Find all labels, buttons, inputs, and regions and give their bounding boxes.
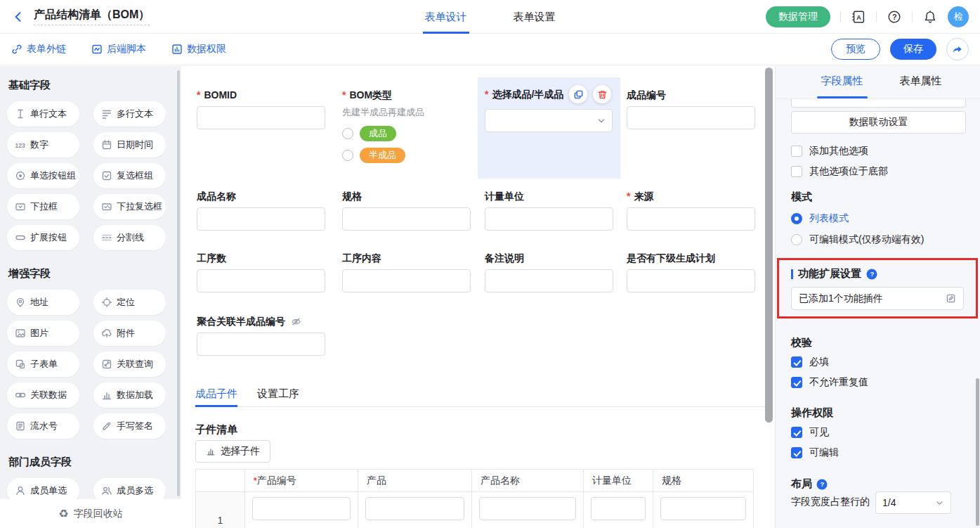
field-process-count[interactable]: 工序数 xyxy=(197,252,325,292)
sidebar-item-linked-data[interactable]: 关联数据 xyxy=(7,382,79,408)
field-agg-semi-no[interactable]: 聚合关联半成品编号 xyxy=(197,316,325,356)
sidebar-item-datetime[interactable]: 日期时间 xyxy=(93,132,166,157)
avatar[interactable]: 检 xyxy=(948,6,969,27)
spec-input[interactable] xyxy=(342,207,471,231)
field-select-product-selected[interactable]: *选择成品/半成品 xyxy=(478,77,620,179)
cell-product-no-input[interactable] xyxy=(252,497,351,520)
agg-semi-no-input[interactable] xyxy=(197,333,325,356)
edit-icon[interactable] xyxy=(946,293,956,304)
radio-icon[interactable] xyxy=(342,150,353,161)
backend-script-link[interactable]: 后端脚本 xyxy=(91,43,146,56)
sidebar-item-image[interactable]: 图片 xyxy=(7,321,79,346)
plugin-summary-field[interactable]: 已添加1个功能插件 xyxy=(791,287,964,310)
field-unit[interactable]: 计量单位 xyxy=(485,191,613,231)
preview-button[interactable]: 预览 xyxy=(831,39,880,60)
select-product-dropdown[interactable] xyxy=(485,109,613,132)
data-linkage-button[interactable]: 数据联动设置 xyxy=(791,111,966,134)
checkbox-icon[interactable] xyxy=(791,377,802,388)
field-sub-plan[interactable]: 是否有下级生成计划 xyxy=(627,252,755,292)
check-editable[interactable]: 可编辑 xyxy=(791,446,839,459)
tab-field-properties[interactable]: 字段属性 xyxy=(821,75,863,88)
canvas-scrollbar[interactable] xyxy=(765,67,773,423)
check-other-option-bottom[interactable]: 其他选项位于底部 xyxy=(791,165,888,178)
field-recycle-bin[interactable]: ♻ 字段回收站 xyxy=(0,499,181,528)
form-external-link[interactable]: 表单外链 xyxy=(11,43,66,56)
help-icon[interactable] xyxy=(887,9,902,25)
sidebar-item-divider[interactable]: 分割线 xyxy=(93,225,166,250)
field-process-content[interactable]: 工序内容 xyxy=(342,252,471,292)
tab-set-process[interactable]: 设置工序 xyxy=(257,386,299,407)
radio-icon[interactable] xyxy=(791,213,802,224)
sidebar-item-select[interactable]: 下拉框 xyxy=(7,194,79,219)
notification-bell-icon[interactable] xyxy=(922,9,938,25)
checkbox-icon[interactable] xyxy=(791,166,802,177)
radio-editable-mode[interactable]: 可编辑模式(仅移动端有效) xyxy=(791,233,924,246)
check-visible[interactable]: 可见 xyxy=(791,426,829,439)
check-required[interactable]: 必填 xyxy=(791,356,829,368)
cell-spec-input[interactable] xyxy=(660,497,746,520)
check-no-duplicate[interactable]: 不允许重复值 xyxy=(791,376,868,389)
cell-product-input[interactable] xyxy=(365,497,464,520)
unit-input[interactable] xyxy=(485,207,613,231)
process-content-input[interactable] xyxy=(342,269,471,292)
field-finished-no[interactable]: 成品编号 xyxy=(627,89,755,129)
sidebar-item-location[interactable]: 定位 xyxy=(93,290,166,315)
field-bomid[interactable]: *BOMID xyxy=(197,89,325,129)
data-manage-button[interactable]: 数据管理 xyxy=(766,6,830,27)
field-remark[interactable]: 备注说明 xyxy=(485,252,613,292)
field-width-select[interactable]: 1/4 xyxy=(875,491,951,514)
data-permission-link[interactable]: 数据权限 xyxy=(171,43,226,56)
contacts-icon[interactable] xyxy=(851,9,866,25)
radio-icon[interactable] xyxy=(342,128,353,139)
checkbox-icon[interactable] xyxy=(791,356,802,368)
sub-plan-input[interactable] xyxy=(627,269,755,292)
panel-scrollbar[interactable] xyxy=(976,378,979,526)
sidebar-item-radio-group[interactable]: 单选按钮组 xyxy=(7,163,79,188)
source-input[interactable] xyxy=(627,207,755,231)
bom-type-option-finished[interactable]: 成品 xyxy=(342,126,471,141)
copy-field-button[interactable] xyxy=(569,85,587,103)
share-button[interactable] xyxy=(946,38,969,60)
delete-field-button[interactable] xyxy=(593,85,611,103)
checkbox-icon[interactable] xyxy=(791,427,802,438)
tab-form-settings[interactable]: 表单设置 xyxy=(511,0,558,34)
sidebar-item-signature[interactable]: 手写签名 xyxy=(93,413,166,439)
sidebar-item-attachment[interactable]: 附件 xyxy=(93,321,166,346)
sidebar-item-subform[interactable]: 子表单 xyxy=(7,352,79,377)
bomid-input[interactable] xyxy=(197,106,325,129)
sidebar-item-checkbox-group[interactable]: 复选框组 xyxy=(93,163,166,188)
select-children-button[interactable]: 选择子件 xyxy=(195,440,270,463)
tab-finished-children[interactable]: 成品子件 xyxy=(195,386,237,407)
field-bom-type[interactable]: *BOM类型 先建半成品再建成品 成品 半成品 xyxy=(342,89,471,163)
radio-list-mode[interactable]: 列表模式 xyxy=(791,212,849,225)
sidebar-item-multi-select[interactable]: 下拉复选框 xyxy=(93,194,166,219)
question-circle-icon[interactable] xyxy=(816,479,828,490)
sidebar-item-extend-button[interactable]: 扩展按钮 xyxy=(7,225,79,250)
process-count-input[interactable] xyxy=(197,269,325,292)
tab-form-properties[interactable]: 表单属性 xyxy=(900,75,942,88)
checkbox-icon[interactable] xyxy=(791,447,802,458)
sidebar-item-linked-query[interactable]: 关联查询 xyxy=(93,352,166,377)
partial-option-input[interactable] xyxy=(791,99,966,108)
back-button[interactable] xyxy=(11,8,28,25)
sidebar-item-single-line-text[interactable]: 单行文本 xyxy=(7,101,79,127)
save-button[interactable]: 保存 xyxy=(890,39,936,60)
cell-product-name-input[interactable] xyxy=(479,497,576,520)
bom-type-option-semi[interactable]: 半成品 xyxy=(342,148,471,163)
field-source[interactable]: *来源 xyxy=(627,191,755,231)
cell-unit-input[interactable] xyxy=(591,497,646,520)
field-finished-name[interactable]: 成品名称 xyxy=(197,191,325,231)
remark-input[interactable] xyxy=(485,269,613,292)
sidebar-item-multi-line-text[interactable]: 多行文本 xyxy=(93,101,166,127)
radio-icon[interactable] xyxy=(791,234,802,245)
sidebar-item-serial-number[interactable]: 流水号 xyxy=(7,413,79,439)
finished-name-input[interactable] xyxy=(197,207,325,231)
sidebar-item-data-load[interactable]: 数据加载 xyxy=(93,382,166,408)
checkbox-icon[interactable] xyxy=(791,146,802,157)
tab-form-design[interactable]: 表单设计 xyxy=(423,0,469,34)
field-spec[interactable]: 规格 xyxy=(342,191,471,231)
check-add-other-option[interactable]: 添加其他选项 xyxy=(791,145,868,157)
finished-no-input[interactable] xyxy=(627,106,755,129)
sidebar-scrollbar[interactable] xyxy=(177,70,180,496)
sidebar-item-address[interactable]: 地址 xyxy=(7,290,79,315)
